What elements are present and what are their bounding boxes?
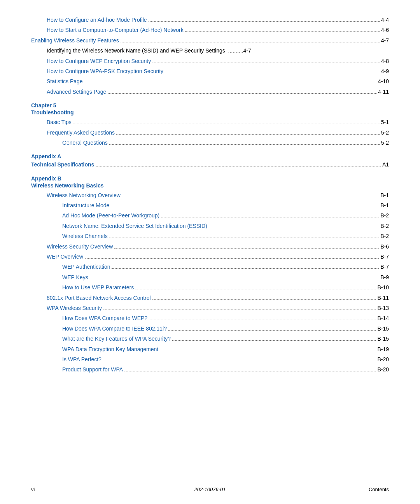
chapter5-entries: Basic Tips 5-1 Frequently Asked Question… <box>31 118 389 147</box>
footer-right: Contents <box>369 486 389 492</box>
dots <box>103 361 376 361</box>
toc-text: Identifying the Wireless Network Name (S… <box>47 46 251 55</box>
page-num: B-20 <box>377 355 389 364</box>
toc-link[interactable]: WPA Data Encryption Key Management <box>62 345 158 354</box>
appendixB-heading: Appendix B Wireless Networking Basics <box>31 175 389 189</box>
toc-link[interactable]: WPA Wireless Security <box>47 304 102 312</box>
dots <box>122 197 379 197</box>
page-num: 5-1 <box>381 118 389 126</box>
toc-link[interactable]: Product Support for WPA <box>62 365 123 374</box>
toc-link[interactable]: WEP Authentication <box>62 262 110 271</box>
toc-link[interactable]: Advanced Settings Page <box>47 88 106 96</box>
page-num: B-15 <box>377 324 389 333</box>
chapter5-label: Chapter 5 <box>31 102 389 108</box>
toc-link[interactable]: Frequently Asked Questions <box>47 128 115 137</box>
dots <box>121 42 380 42</box>
toc-row: Wireless Security Overview B-6 <box>31 242 389 251</box>
toc-link[interactable]: Statistics Page <box>47 77 83 86</box>
page-num: 5-2 <box>381 138 389 147</box>
toc-link[interactable]: How to Start a Computer-to-Computer (Ad-… <box>47 26 184 34</box>
toc-link[interactable]: WEP Keys <box>62 273 88 282</box>
page-num: B-1 <box>380 191 389 200</box>
dots <box>108 93 376 94</box>
footer-doc-number: 202-10076-01 <box>194 486 226 492</box>
dots <box>185 32 380 32</box>
footer-left: vi <box>31 486 35 492</box>
page-num: B-2 <box>380 211 389 220</box>
toc-row: How to Use WEP Parameters B-10 <box>31 283 389 292</box>
toc-row: Wireless Channels B-2 <box>31 232 389 240</box>
page-num: B-1 <box>380 201 389 210</box>
toc-row: WPA Data Encryption Key Management B-19 <box>31 345 389 354</box>
toc-link[interactable]: Basic Tips <box>47 118 72 126</box>
toc-row: How Does WPA Compare to WEP? B-14 <box>31 314 389 322</box>
dots <box>165 73 380 73</box>
dots <box>111 207 379 207</box>
toc-row: Network Name: Extended Service Set Ident… <box>31 222 389 230</box>
toc-link[interactable]: How Does WPA Compare to WEP? <box>62 314 147 322</box>
toc-row: How to Configure an Ad-hoc Mode Profile … <box>31 16 389 24</box>
page-num: B-20 <box>377 365 389 374</box>
toc-row: Wireless Networking Overview B-1 <box>31 191 389 200</box>
toc-link[interactable]: Wireless Networking Overview <box>47 191 121 200</box>
toc-row: Infrastructure Mode B-1 <box>31 201 389 210</box>
dots <box>84 83 376 83</box>
toc-link[interactable]: How to Use WEP Parameters <box>62 283 134 292</box>
toc-link[interactable]: WEP Overview <box>47 252 83 261</box>
dots <box>85 258 379 259</box>
dots <box>172 340 376 341</box>
page-num: 4-9 <box>381 67 389 75</box>
dots <box>149 21 380 22</box>
footer-center: 202-10076-01 <box>194 486 226 492</box>
toc-link[interactable]: General Questions <box>62 138 108 147</box>
toc-link[interactable]: Infrastructure Mode <box>62 201 109 210</box>
dots <box>103 310 376 310</box>
toc-row: Enabling Wireless Security Features 4-7 <box>31 36 389 45</box>
dots <box>168 330 376 331</box>
page-num: 5-2 <box>381 128 389 137</box>
toc-link[interactable]: Wireless Security Overview <box>47 242 113 251</box>
toc-row: Identifying the Wireless Network Name (S… <box>31 46 389 55</box>
page-num: 4-11 <box>378 88 389 96</box>
dots <box>160 351 376 351</box>
dots <box>116 134 380 135</box>
toc-row: WEP Overview B-7 <box>31 252 389 261</box>
toc-link[interactable]: Technical Specifications <box>31 160 94 169</box>
toc-row: How Does WPA Compare to IEEE 802.11i? B-… <box>31 324 389 333</box>
toc-link[interactable]: How to Configure an Ad-hoc Mode Profile <box>47 16 147 24</box>
toc-row: General Questions 5-2 <box>31 138 389 147</box>
page-num: B-14 <box>377 314 389 322</box>
toc-link[interactable]: Ad Hoc Mode (Peer-to-Peer Workgroup) <box>62 211 159 220</box>
dots <box>109 144 380 145</box>
appendixB-entries: Wireless Networking Overview B-1 Infrast… <box>31 191 389 374</box>
appendixB-label: Appendix B <box>31 175 389 182</box>
dots <box>114 248 379 248</box>
toc-link[interactable]: Network Name: Extended Service Set Ident… <box>62 222 207 230</box>
toc-row: Product Support for WPA B-20 <box>31 365 389 374</box>
page-num: 4-4 <box>381 16 389 24</box>
dots <box>96 166 381 166</box>
toc-row: Is WPA Perfect? B-20 <box>31 355 389 364</box>
toc-link[interactable]: How Does WPA Compare to IEEE 802.11i? <box>62 324 167 333</box>
page-num: B-11 <box>377 294 389 302</box>
toc-link[interactable]: What are the Key Features of WPA Securit… <box>62 334 171 343</box>
toc-row: WEP Authentication B-7 <box>31 262 389 271</box>
toc-link[interactable]: 802.1x Port Based Network Access Control <box>47 294 151 302</box>
toc-link[interactable]: Is WPA Perfect? <box>62 355 102 364</box>
page-num: B-15 <box>377 334 389 343</box>
toc-link[interactable]: Enabling Wireless Security Features <box>31 36 119 45</box>
page-num: B-2 <box>380 232 389 240</box>
page-num: B-13 <box>377 304 389 312</box>
dots <box>135 289 376 289</box>
page-num: B-9 <box>380 273 389 282</box>
dots <box>152 299 376 300</box>
dots <box>152 63 380 63</box>
toc-link[interactable]: How to Configure WEP Encryption Security <box>47 57 151 65</box>
toc-link[interactable]: Wireless Channels <box>62 232 108 240</box>
page-num: B-6 <box>380 242 389 251</box>
toc-link[interactable]: How to Configure WPA-PSK Encryption Secu… <box>47 67 163 75</box>
page-num: 4-10 <box>378 77 389 86</box>
chapter5-title: Troubleshooting <box>31 109 389 116</box>
dots <box>161 217 379 217</box>
page-num: B-7 <box>380 262 389 271</box>
